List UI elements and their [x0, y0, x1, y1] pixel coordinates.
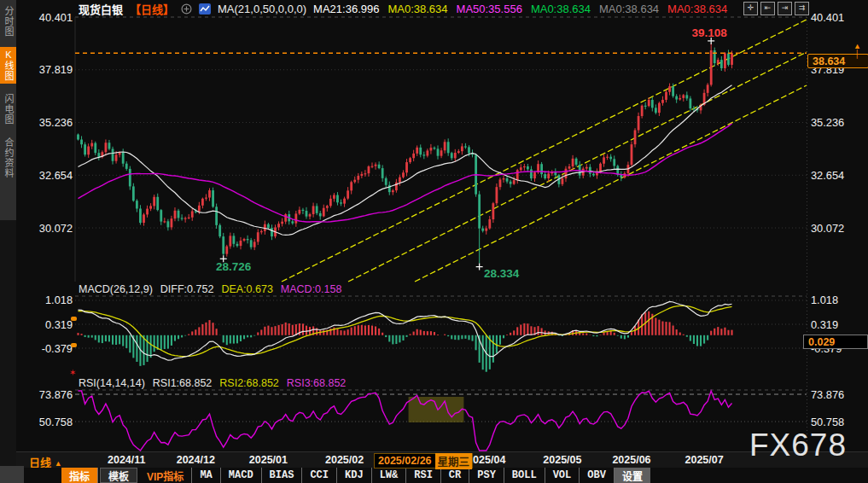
ma-formula: MA(21,0,50,0,0,0): [218, 3, 306, 15]
candlestick-chart-icon[interactable]: [199, 3, 211, 15]
chart-header: 现货白银 【日线】 MA(21,0,50,0,0,0) MA21:36.996M…: [16, 0, 868, 17]
toolbar-item-OBV[interactable]: OBV: [580, 468, 615, 483]
sidebar-tab[interactable]: 分时图: [0, 3, 16, 39]
svg-text:1.018: 1.018: [811, 294, 838, 306]
sidebar-tab[interactable]: K线图: [0, 47, 16, 84]
svg-text:-0.379: -0.379: [42, 342, 73, 355]
svg-text:28.726: 28.726: [216, 260, 252, 273]
trading-app-window: 28.72628.33439.10840.40140.40137.81937.8…: [0, 0, 868, 483]
rsi3-value: RSI3:68.852: [287, 377, 347, 389]
crosshair-date-box: 2025/02/26 星期三: [374, 453, 473, 468]
symbol-name: 现货白银: [79, 1, 123, 17]
ma-readout: MA0:38.634: [531, 3, 591, 15]
chart-canvas[interactable]: 28.72628.33439.10840.40140.40137.81937.8…: [0, 0, 868, 483]
crosshair-weekday: 星期三: [435, 453, 473, 469]
toolbar-item-MACD[interactable]: MACD: [221, 468, 262, 483]
svg-text:28.334: 28.334: [484, 267, 520, 280]
svg-text:35.236: 35.236: [39, 116, 73, 129]
month-tick-label: 2024/12: [172, 454, 219, 466]
indicator-toolbar: 指标模板VIP指标MAMACDBIASCCIKDJLW&RSICRPSYBOLL…: [24, 468, 868, 483]
ma-readout: MA0:38.634: [387, 3, 447, 15]
month-tick-label: 2025/05: [539, 454, 586, 466]
rsi-label-row: RSI(14,14,14) RSI1:68.852 RSI2:68.852 RS…: [79, 377, 346, 389]
pane-grip-icon[interactable]: [71, 343, 77, 347]
month-tick-label: 2025/06: [608, 454, 655, 466]
month-tick-label: 2025/01: [244, 454, 292, 466]
toolbar-item-KDJ[interactable]: KDJ: [337, 468, 372, 483]
ma-readout: MA0:38.634: [599, 3, 659, 15]
candles: [77, 44, 733, 264]
rsi-highlight-region: [409, 397, 464, 422]
svg-text:37.819: 37.819: [39, 63, 73, 76]
toolbar-item-CR[interactable]: CR: [441, 468, 469, 483]
macd-value-box: 0.029: [803, 335, 868, 349]
toolbar-item-BIAS[interactable]: BIAS: [262, 468, 303, 483]
toolbar-item-指标[interactable]: 指标: [61, 468, 98, 483]
svg-text:50.758: 50.758: [39, 416, 73, 428]
period-tag[interactable]: 【日线】: [130, 1, 174, 17]
crosshair-date: 2025/02/26: [375, 455, 435, 467]
svg-text:0.319: 0.319: [45, 318, 73, 331]
svg-text:73.876: 73.876: [811, 388, 844, 401]
add-indicator-icon[interactable]: [181, 3, 192, 15]
ma-readout: MA0:38.634: [667, 3, 727, 15]
chart-window-controls: ✛⇤⇥⇉: [743, 2, 809, 15]
toolbar-item-模板[interactable]: 模板: [100, 468, 137, 483]
macd-diff-value: DIFF:0.752: [160, 283, 214, 295]
ma-value-readouts: MA21:36.996MA0:38.634MA50:35.556MA0:38.6…: [313, 3, 727, 15]
ma-readout: MA50:35.556: [457, 3, 522, 15]
svg-text:30.072: 30.072: [811, 222, 844, 235]
toolbar-item-VOL[interactable]: VOL: [545, 468, 580, 483]
svg-text:50.758: 50.758: [811, 416, 844, 428]
month-tick-label: 2025/07: [680, 454, 728, 466]
macd-macd-value: MACD:0.158: [281, 283, 342, 295]
svg-text:39.108: 39.108: [692, 26, 728, 39]
rsi2-value: RSI2:68.852: [219, 377, 279, 389]
pane-expand-right-icon[interactable]: ⇉: [795, 2, 809, 15]
rsi-title[interactable]: RSI(14,14,14): [79, 377, 145, 389]
axis-labels: 40.40140.40137.81937.81935.23635.23632.6…: [39, 11, 844, 428]
alert-dot-icon: ✶: [69, 368, 76, 377]
svg-text:32.654: 32.654: [39, 169, 73, 182]
svg-text:32.654: 32.654: [811, 169, 844, 182]
toolbar-item-CCI[interactable]: CCI: [302, 468, 337, 483]
pane-grip-icon[interactable]: [71, 317, 77, 321]
ma-readout: MA21:36.996: [313, 3, 379, 15]
toolbar-item-BOLL[interactable]: BOLL: [504, 468, 545, 483]
sidebar-tab[interactable]: 合约资料: [0, 135, 16, 181]
toolbar-item-MA[interactable]: MA: [192, 468, 220, 483]
macd-title[interactable]: MACD(26,12,9): [79, 283, 153, 295]
pane-scale-right-icon[interactable]: ⇥: [778, 2, 792, 15]
sidebar-tab[interactable]: 闪电图: [0, 91, 16, 127]
toolbar-item-PSY[interactable]: PSY: [469, 468, 504, 483]
month-tick-label: 2025/02: [321, 454, 369, 466]
pane-scale-left-icon[interactable]: ⇤: [760, 2, 775, 15]
sidebar-tabs: 分时图K线图闪电图合约资料: [0, 0, 16, 220]
toolbar-item-RSI[interactable]: RSI: [406, 468, 441, 483]
svg-text:73.876: 73.876: [39, 388, 73, 401]
time-axis: 日线 ▲ 2024/112024/122025/012025/022025/04…: [16, 451, 868, 468]
toolbar-item-设置[interactable]: 设置: [615, 468, 650, 483]
svg-text:1.018: 1.018: [45, 294, 73, 306]
month-tick-label: 2024/11: [102, 454, 150, 466]
moving-average-lines: [79, 85, 732, 236]
svg-text:0.319: 0.319: [811, 318, 838, 331]
move-pan-icon[interactable]: ✛: [743, 2, 758, 15]
price-up-arrow-icon: ▲│: [853, 43, 861, 58]
svg-text:35.236: 35.236: [811, 116, 844, 129]
window-corner: [0, 466, 24, 483]
rsi1-value: RSI1:68.852: [153, 377, 213, 389]
fx678-watermark: FX678: [749, 428, 847, 463]
chart-type-sidebar: 分时图K线图闪电图合约资料: [0, 0, 16, 483]
rsi-pane: [79, 391, 732, 451]
toolbar-item-LW&[interactable]: LW&: [372, 468, 407, 483]
svg-text:30.072: 30.072: [39, 222, 73, 235]
macd-label-row: MACD(26,12,9) DIFF:0.752 DEA:0.673 MACD:…: [79, 283, 341, 295]
toolbar-item-VIP指标[interactable]: VIP指标: [139, 468, 192, 483]
macd-dea-value: DEA:0.673: [221, 283, 272, 295]
macd-pane: [79, 301, 732, 371]
